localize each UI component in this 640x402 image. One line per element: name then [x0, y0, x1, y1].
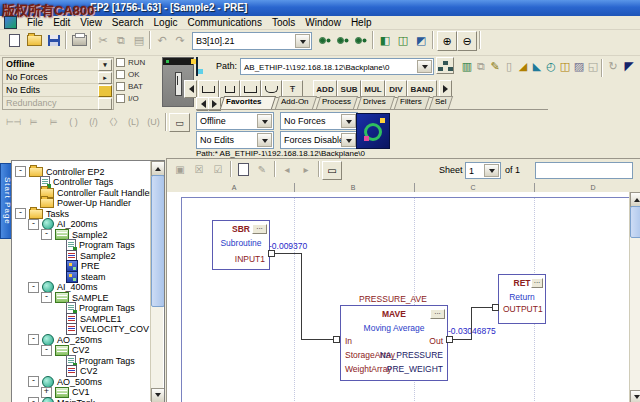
canvas-scrollbar[interactable] — [629, 192, 640, 402]
tree-scroll-thumb[interactable] — [151, 175, 165, 307]
xio-contact-icon[interactable]: (/) — [84, 113, 103, 130]
mode-dropdown-button[interactable]: ▾ — [98, 59, 112, 71]
online-edits-dropdown[interactable] — [257, 133, 272, 147]
prev-sheet-icon[interactable]: ◂ — [278, 161, 296, 178]
collapse-icon[interactable]: - — [41, 292, 52, 303]
ret-block[interactable]: RET ... Return OUTPUT1 — [498, 274, 546, 324]
edit-sheet-icon[interactable]: ✎ — [253, 161, 271, 178]
tree-item-pre-routine[interactable]: PRE — [12, 261, 100, 272]
empty-rung-icon[interactable]: ▭ — [169, 113, 190, 132]
tree-item-fault-handler[interactable]: Controller Fault Handler — [12, 187, 153, 198]
sbr-block[interactable]: SBR ... Subroutine INPUT1 — [212, 220, 270, 270]
online-forces-dropdown[interactable] — [341, 114, 356, 128]
mave-out-pin-label[interactable]: Out — [429, 336, 443, 346]
collapse-icon[interactable]: - — [28, 219, 39, 230]
collapse-icon[interactable]: - — [41, 229, 52, 240]
redo-icon[interactable]: ↷ — [171, 31, 189, 49]
online-edits-combobox[interactable]: No Edits — [196, 131, 274, 149]
tab-favorites[interactable]: Favorites — [222, 96, 274, 109]
zoom-out-icon[interactable]: ⊖ — [457, 31, 477, 51]
tree-item-sample2-routine[interactable]: Sample2 — [12, 250, 116, 261]
undo-icon[interactable]: ↶ — [153, 31, 171, 49]
network-browse-icon[interactable] — [436, 57, 454, 74]
search-next-icon[interactable] — [334, 31, 352, 49]
menu-search[interactable]: Search — [112, 17, 144, 28]
tab-drives[interactable]: Drives — [359, 96, 393, 109]
mave-weight-operand[interactable]: PRE_WEIGHT — [387, 364, 443, 374]
collapse-icon[interactable]: - — [28, 334, 39, 345]
close-routine-icon[interactable]: ◱ — [584, 57, 602, 75]
menu-help[interactable]: Help — [351, 17, 372, 28]
collapse-icon[interactable]: - — [41, 345, 52, 356]
sheet-properties-icon[interactable]: ▭ — [322, 161, 342, 180]
forces-state-combobox[interactable]: Forces Disabled — [280, 131, 358, 149]
mave-in-pin-label[interactable]: In — [345, 336, 352, 346]
tree-item-cv2-program[interactable]: -CV2 — [12, 345, 90, 356]
tree-item-controller[interactable]: -Controller EP2 — [12, 166, 105, 177]
tree-item-steam-routine[interactable]: steam — [12, 271, 106, 282]
address-combobox[interactable]: B3[10].21 — [192, 32, 312, 50]
tree-item-sample-program[interactable]: -SAMPLE — [12, 292, 109, 303]
edits-row[interactable]: No Edits — [3, 84, 113, 97]
collapse-icon[interactable]: - — [15, 208, 26, 219]
menu-logic[interactable]: Logic — [154, 17, 178, 28]
sbr-output-value[interactable]: -0.009370 — [269, 241, 307, 251]
tree-scroll-down[interactable] — [151, 388, 165, 402]
new-icon[interactable] — [5, 31, 23, 49]
forces-row[interactable]: No Forces ▸ — [3, 71, 113, 84]
select-arrow-icon[interactable]: ◤ — [620, 57, 638, 75]
collapse-icon[interactable]: - — [15, 166, 26, 177]
collapse-icon[interactable]: - — [28, 397, 39, 402]
mave-block[interactable]: MAVE ... Moving Average In Out StorageAr… — [340, 305, 448, 381]
ret-properties-button[interactable]: ... — [531, 278, 543, 288]
menu-window[interactable]: Window — [305, 17, 341, 28]
search-tags-icon[interactable] — [316, 31, 334, 49]
branch-instruction-icon[interactable] — [198, 80, 219, 98]
rung-edit-icon[interactable]: ⊢⊣ — [4, 113, 23, 130]
sheet-number-dropdown[interactable] — [484, 164, 499, 177]
toggle-window-3-icon[interactable]: ◩ — [412, 31, 430, 49]
tree-item-cv1-program[interactable]: +CV1 — [12, 387, 90, 398]
address-dropdown-button[interactable] — [295, 34, 310, 48]
otl-coil-icon[interactable]: (L) — [124, 113, 143, 130]
palette-scroll-left[interactable] — [184, 80, 197, 98]
tab-add-on[interactable]: Add-On — [277, 96, 315, 109]
ret-input-pin[interactable] — [492, 304, 499, 311]
cancel-edits-icon[interactable]: ☒ — [190, 161, 208, 178]
title-bar[interactable]: EP2 [1756-L63] - [Sample2 - PRE] — [0, 0, 640, 16]
toggle-window-2-icon[interactable]: ◫ — [394, 31, 412, 49]
online-mode-combobox[interactable]: Offline — [196, 112, 274, 130]
mave-in-pin[interactable] — [333, 336, 340, 343]
tree-item-ai-200ms[interactable]: -AI_200ms — [12, 219, 98, 230]
tab-filters[interactable]: Filters — [396, 96, 428, 109]
menu-view[interactable]: View — [80, 17, 102, 28]
rswho-icon[interactable] — [196, 58, 198, 76]
tree-item-ao-250ms[interactable]: -AO_250ms — [12, 334, 102, 345]
toggle-window-1-icon[interactable]: ◧ — [376, 31, 394, 49]
collapse-icon[interactable]: - — [28, 282, 39, 293]
next-sheet-icon[interactable]: ▸ — [297, 161, 315, 178]
ote-coil-icon[interactable]: 〈〉 — [104, 113, 123, 130]
new-sheet-icon[interactable] — [234, 161, 252, 178]
otu-coil-icon[interactable]: (U) — [144, 113, 163, 130]
paste-icon[interactable]: ▤ — [130, 31, 148, 49]
menu-tools[interactable]: Tools — [272, 17, 295, 28]
menu-edit[interactable]: Edit — [53, 17, 70, 28]
assemble-edits-icon[interactable]: ☑ — [209, 161, 227, 178]
collapse-icon[interactable]: - — [28, 376, 39, 387]
print-icon[interactable] — [70, 31, 88, 49]
canvas-scroll-up[interactable] — [630, 192, 640, 207]
path-combobox[interactable]: AB_ETHIP-1\192.168.18.12\Backplane\0 — [240, 58, 434, 75]
copy-icon[interactable]: ⧉ — [112, 31, 130, 49]
mdi-child-icon[interactable] — [4, 16, 17, 29]
expand-icon[interactable]: + — [41, 387, 52, 398]
sheet-number-combobox[interactable]: 1 — [465, 162, 501, 179]
tree-item-sample2-program[interactable]: -Sample2 — [12, 229, 108, 240]
tab-process[interactable]: Process — [318, 96, 356, 109]
tree-item-ai-400ms[interactable]: -AI_400ms — [12, 282, 98, 293]
sbr-output-pin-label[interactable]: INPUT1 — [235, 254, 265, 264]
mode-row[interactable]: Offline ▾ — [3, 58, 113, 71]
menu-communications[interactable]: Communications — [187, 17, 261, 28]
zoom-in-icon[interactable]: ⊕ — [437, 31, 457, 51]
fbd-canvas[interactable]: SBR ... Subroutine INPUT1 -0.009370 PRES… — [167, 192, 629, 402]
